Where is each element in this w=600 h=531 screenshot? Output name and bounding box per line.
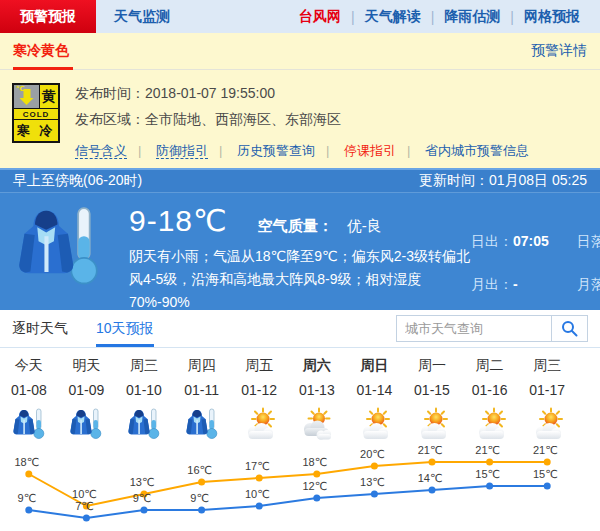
day-name: 周四 — [173, 357, 231, 375]
nav-tab-weather-monitor[interactable]: 天气监测 — [96, 0, 188, 33]
city-search-box — [396, 315, 588, 342]
warning-level-tab[interactable]: 寒冷黄色 — [13, 33, 69, 69]
city-search-input[interactable] — [397, 316, 551, 341]
warning-panel: ℃ 黄 COLD 寒 冷 发布时间：2018-01-07 19:55:00 发布… — [0, 70, 600, 168]
sun-cloud-weather-icon — [461, 405, 519, 443]
temperature-chart: 18℃10℃13℃16℃17℃18℃20℃21℃21℃21℃9℃7℃9℃9℃10… — [0, 446, 576, 531]
period-label: 早上至傍晚(06-20时) — [13, 172, 142, 190]
cloudy-weather-icon — [288, 405, 346, 443]
cold-weather-icon — [0, 405, 58, 443]
nav-link-rain-estimate[interactable]: 降雨估测 — [434, 8, 510, 26]
svg-text:9℃: 9℃ — [133, 492, 151, 504]
nav-link-weather-explain[interactable]: 天气解读 — [355, 8, 431, 26]
nav-link-grid-forecast[interactable]: 网格预报 — [514, 8, 590, 26]
tab-hourly-weather[interactable]: 逐时天气 — [12, 310, 68, 347]
publish-time-value: 2018-01-07 19:55:00 — [145, 85, 275, 101]
day-date: 01-10 — [115, 382, 173, 398]
svg-text:10℃: 10℃ — [72, 488, 97, 500]
sunset: 日落：17:55 — [577, 233, 600, 267]
svg-text:12℃: 12℃ — [303, 480, 328, 492]
day-dates-row: 01-0801-0901-1001-1101-1201-1301-1401-15… — [0, 378, 576, 402]
update-time: 更新时间：01月08日 05:25 — [419, 172, 587, 190]
cold-yellow-warning-icon: ℃ 黄 COLD 寒 冷 — [12, 83, 60, 143]
cold-weather-icon — [115, 405, 173, 443]
svg-text:21℃: 21℃ — [475, 446, 500, 456]
day-name: 周二 — [461, 357, 519, 375]
svg-text:15℃: 15℃ — [475, 468, 500, 480]
day-date: 01-14 — [346, 382, 404, 398]
day-name: 今天 — [0, 357, 58, 375]
svg-text:13℃: 13℃ — [360, 476, 385, 488]
day-name: 周六 — [288, 357, 346, 375]
svg-text:21℃: 21℃ — [533, 446, 558, 456]
day-date: 01-16 — [461, 382, 519, 398]
moonset: 月落：11:51 — [577, 276, 600, 310]
day-name: 周日 — [346, 357, 404, 375]
ten-day-forecast: 今天明天周三周四周五周六周日周一周二周三 01-0801-0901-1001-1… — [0, 348, 576, 531]
svg-text:14℃: 14℃ — [418, 472, 443, 484]
svg-text:17℃: 17℃ — [245, 460, 270, 472]
day-date: 01-13 — [288, 382, 346, 398]
svg-text:7℃: 7℃ — [75, 500, 93, 512]
day-name: 明天 — [58, 357, 116, 375]
publish-time-row: 发布时间：2018-01-07 19:55:00 — [75, 85, 529, 103]
warning-level-bar: 寒冷黄色 预警详情 — [0, 33, 600, 70]
day-date: 01-15 — [403, 382, 461, 398]
day-date: 01-09 — [58, 382, 116, 398]
aqi-value: 优-良 — [347, 217, 382, 236]
link-defense-guide[interactable]: 防御指引 — [156, 143, 208, 159]
temp-range: 9-18℃ — [129, 203, 228, 238]
sunrise: 日出：07:05 — [471, 233, 549, 267]
warning-level-char: 黄 — [40, 85, 58, 109]
aqi-label: 空气质量： — [258, 217, 333, 236]
nav-links: 台风网 | 天气解读 | 降雨估测 | 网格预报 — [289, 0, 600, 33]
magnifier-icon — [561, 320, 578, 337]
temperature-drop-arrow-icon: ℃ — [14, 85, 40, 109]
tab-10day-forecast[interactable]: 10天预报 — [96, 310, 154, 347]
svg-text:15℃: 15℃ — [533, 468, 558, 480]
day-date: 01-08 — [0, 382, 58, 398]
day-icons-row — [0, 402, 576, 446]
link-province-city-warnings[interactable]: 省内城市预警信息 — [425, 143, 529, 158]
svg-text:9℃: 9℃ — [18, 492, 36, 504]
nav-tab-warning-forecast[interactable]: 预警预报 — [0, 0, 96, 33]
sun-cloud-weather-icon — [518, 405, 576, 443]
svg-text:13℃: 13℃ — [130, 476, 155, 488]
svg-text:18℃: 18℃ — [15, 456, 40, 468]
warning-details-link[interactable]: 预警详情 — [531, 42, 587, 60]
day-name: 周三 — [115, 357, 173, 375]
sun-cloud-weather-icon — [230, 405, 288, 443]
moonrise: 月出：- — [471, 276, 549, 310]
top-nav: 预警预报 天气监测 台风网 | 天气解读 | 降雨估测 | 网格预报 — [0, 0, 600, 33]
day-name: 周三 — [518, 357, 576, 375]
publish-area-value: 全市陆地、西部海区、东部海区 — [145, 111, 341, 127]
link-class-suspension-guide[interactable]: 停课指引 — [344, 143, 396, 158]
svg-text:20℃: 20℃ — [360, 448, 385, 460]
publish-area-row: 发布区域：全市陆地、西部海区、东部海区 — [75, 111, 529, 129]
nav-link-typhoon[interactable]: 台风网 — [289, 8, 351, 26]
cold-coat-thermometer-icon — [13, 203, 105, 295]
svg-text:9℃: 9℃ — [190, 492, 208, 504]
warning-cold-en: COLD — [14, 109, 58, 120]
day-date: 01-11 — [173, 382, 231, 398]
warning-links-row: 信号含义| 防御指引| 历史预警查询| 停课指引| 省内城市预警信息 — [75, 142, 529, 160]
day-date: 01-12 — [230, 382, 288, 398]
day-date: 01-17 — [518, 382, 576, 398]
search-button[interactable] — [551, 316, 587, 341]
warning-cold-cn: 寒 冷 — [14, 120, 58, 141]
sun-moon-info: 日出：07:05 日落：17:55 月出：- 月落：11:51 — [471, 203, 600, 310]
day-name: 周五 — [230, 357, 288, 375]
cold-weather-icon — [173, 405, 231, 443]
current-period-bar: 早上至傍晚(06-20时) 更新时间：01月08日 05:25 — [0, 168, 600, 193]
forecast-tabs-bar: 逐时天气 10天预报 — [0, 310, 600, 348]
sun-cloud-weather-icon — [403, 405, 461, 443]
svg-text:16℃: 16℃ — [187, 464, 212, 476]
svg-text:10℃: 10℃ — [245, 488, 270, 500]
day-name: 周一 — [403, 357, 461, 375]
svg-text:21℃: 21℃ — [418, 446, 443, 456]
link-history-warning-query[interactable]: 历史预警查询 — [237, 143, 315, 158]
day-names-row: 今天明天周三周四周五周六周日周一周二周三 — [0, 354, 576, 378]
link-signal-meaning[interactable]: 信号含义 — [75, 143, 127, 159]
svg-text:18℃: 18℃ — [303, 456, 328, 468]
current-weather-panel: 9-18℃ 空气质量： 优-良 阴天有小雨；气温从18℃降至9℃；偏东风2-3级… — [0, 193, 600, 310]
